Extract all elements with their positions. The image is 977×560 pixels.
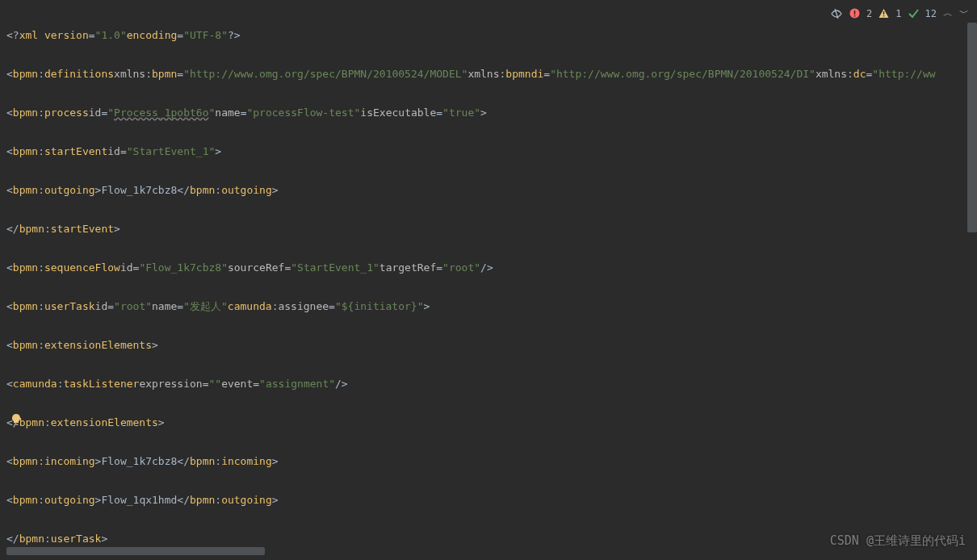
code-line: <bpmn:userTask id="root" name="发起人" camu… [0, 297, 977, 316]
horizontal-scrollbar[interactable] [6, 547, 265, 555]
code-line: <bpmn:sequenceFlow id="Flow_1k7cbz8" sou… [0, 258, 977, 278]
watermark: CSDN @王维诗里的代码i [830, 533, 966, 549]
warning-count: 1 [895, 8, 901, 19]
chevron-up-icon[interactable]: ︿ [943, 6, 953, 20]
error-count: 2 [866, 8, 872, 19]
code-line: <bpmn:outgoing>Flow_1qx1hmd</bpmn:outgoi… [0, 491, 977, 510]
error-icon[interactable] [849, 8, 860, 19]
readonly-icon[interactable] [830, 7, 843, 20]
svg-rect-4 [883, 15, 884, 16]
svg-rect-5 [15, 424, 19, 425]
code-line: <bpmn:startEvent id="StartEvent_1"> [0, 142, 977, 161]
inspection-bar: 2 1 12 ︿ ﹀ [830, 6, 969, 20]
vertical-scrollbar[interactable] [967, 23, 977, 232]
code-line: </bpmn:extensionElements> [0, 413, 977, 433]
svg-rect-3 [883, 11, 884, 15]
code-line: <bpmn:extensionElements> [0, 336, 977, 355]
code-line: <?xml version="1.0" encoding="UTF-8"?> [0, 26, 977, 45]
svg-rect-1 [854, 10, 856, 15]
code-editor[interactable]: <?xml version="1.0" encoding="UTF-8"?> <… [0, 6, 977, 560]
code-line: <bpmn:outgoing>Flow_1k7cbz8</bpmn:outgoi… [0, 181, 977, 200]
code-line: </bpmn:startEvent> [0, 219, 977, 239]
code-line: <bpmn:process id="Process_1pobt6o" name=… [0, 103, 977, 123]
lightbulb-icon[interactable] [10, 413, 23, 426]
code-line: <camunda:taskListener expression="" even… [0, 374, 977, 394]
check-icon[interactable] [908, 8, 919, 19]
svg-rect-2 [854, 15, 856, 17]
warning-icon[interactable] [878, 8, 889, 19]
check-count: 12 [925, 8, 937, 19]
code-line: <bpmn:definitions xmlns:bpmn="http://www… [0, 65, 977, 84]
code-line: <bpmn:incoming>Flow_1k7cbz8</bpmn:incomi… [0, 452, 977, 471]
chevron-down-icon[interactable]: ﹀ [959, 6, 969, 20]
